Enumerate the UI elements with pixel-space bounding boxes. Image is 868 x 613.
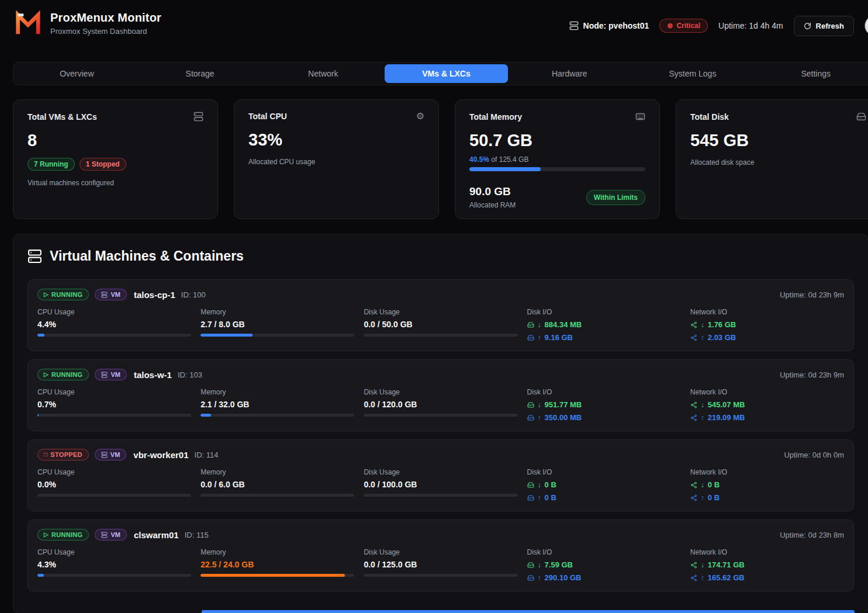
status-badge: ▷ RUNNING (37, 529, 89, 541)
app-logo (14, 9, 42, 37)
arrow-up-icon: ↑ (701, 414, 704, 422)
vm-row-clswarm01: ▷ RUNNING VM clswarm01 ID: 115 Uptime: 0… (27, 520, 854, 591)
vm-name: vbr-worker01 (133, 450, 188, 460)
memory-progress-fill (469, 167, 541, 171)
vm-type-badge: VM (95, 449, 127, 460)
tab-hardware[interactable]: Hardware (508, 64, 631, 83)
card-title: Total Memory (469, 112, 522, 122)
memory-metric: Memory 2.7 / 8.0 GB (200, 308, 354, 342)
arrow-down-icon: ↓ (538, 481, 541, 489)
memory-icon (635, 112, 645, 122)
arrow-down-icon: ↓ (538, 401, 541, 409)
app-root: ProxMenux Monitor Proxmox System Dashboa… (0, 0, 868, 613)
memory-progress-bar (200, 494, 354, 497)
memory-usage-text: 40.5% of 125.4 GB (469, 155, 645, 164)
network-io-metric: Network I/O ↓ 174.71 GB ↑ 165.62 GB (690, 548, 844, 582)
network-io-metric: Network I/O ↓ 1.76 GB ↑ 2.03 GB (690, 308, 844, 342)
running-count-badge: 7 Running (27, 158, 75, 171)
vm-name: clswarm01 (134, 530, 179, 540)
card-title: Total CPU (248, 112, 287, 121)
vm-uptime: Uptime: 0d 0h 0m (784, 451, 844, 459)
vm-list-panel: Virtual Machines & Containers ▷ RUNNING … (13, 234, 868, 613)
network-icon (690, 574, 697, 581)
square-icon: □ (44, 452, 47, 458)
hard-drive-icon (527, 401, 534, 408)
hard-drive-icon (527, 562, 534, 569)
arrow-up-icon: ↑ (701, 334, 704, 342)
disk-progress-bar (364, 494, 517, 497)
hard-drive-icon (856, 112, 866, 122)
server-icon (569, 21, 579, 30)
vm-uptime: Uptime: 0d 23h 8m (780, 531, 844, 539)
uptime-indicator: Uptime: 1d 4h 4m (718, 21, 783, 30)
memory-progress-bar (200, 414, 354, 417)
cpu-progress-bar (37, 494, 191, 497)
vm-id: ID: 114 (195, 451, 219, 459)
disk-progress-bar (364, 334, 517, 337)
status-badge: ⊗ Critical (659, 19, 708, 33)
tab-system-logs[interactable]: System Logs (631, 64, 755, 83)
hard-drive-icon (527, 494, 534, 501)
status-badge: □ STOPPED (37, 449, 89, 460)
play-icon: ▷ (44, 292, 49, 297)
server-icon (101, 292, 108, 298)
vm-type-badge: VM (95, 289, 127, 300)
refresh-icon (804, 22, 811, 30)
server-icon (101, 532, 108, 538)
disk-progress-bar (364, 414, 517, 417)
refresh-button[interactable]: Refresh (794, 16, 854, 36)
disk-io-metric: Disk I/O ↓ 884.34 MB ↑ 9.16 GB (527, 308, 681, 342)
server-stack-icon (27, 249, 42, 264)
arrow-up-icon: ↑ (701, 494, 704, 502)
cpu-value: 33% (248, 130, 424, 150)
node-indicator: Node: pvehost01 (569, 21, 649, 30)
arrow-down-icon: ↓ (701, 561, 704, 569)
play-icon: ▷ (44, 372, 49, 378)
vm-row-vbr-worker01: □ STOPPED VM vbr-worker01 ID: 114 Uptime… (27, 439, 854, 511)
section-title: Virtual Machines & Containers (50, 248, 244, 264)
edge-partial-button[interactable] (864, 15, 868, 36)
network-icon (690, 414, 697, 421)
vm-id: ID: 100 (181, 290, 206, 299)
vm-id: ID: 103 (178, 370, 202, 379)
vm-id: ID: 115 (185, 531, 209, 539)
arrow-up-icon: ↑ (538, 334, 541, 342)
memory-metric: Memory 22.5 / 24.0 GB (200, 548, 354, 582)
network-io-metric: Network I/O ↓ 545.07 MB ↑ 219.09 MB (690, 388, 844, 422)
tab-vms-lxcs[interactable]: VMs & LXCs (385, 64, 508, 83)
arrow-down-icon: ↓ (538, 561, 541, 569)
arrow-up-icon: ↑ (538, 574, 541, 582)
disk-io-metric: Disk I/O ↓ 0 B ↑ 0 B (527, 468, 681, 502)
memory-progress-bar (200, 334, 354, 337)
gear-icon: ⚙ (416, 112, 424, 121)
arrow-up-icon: ↑ (701, 574, 704, 582)
vm-count-value: 8 (27, 131, 203, 150)
memory-progress-bar (200, 574, 354, 577)
network-icon (690, 401, 697, 408)
card-caption: Allocated CPU usage (248, 158, 424, 166)
card-title: Total Disk (690, 112, 729, 122)
vm-type-badge: VM (95, 529, 127, 541)
total-vms-card: Total VMs & LXCs 8 7 Running 1 Stopped V… (13, 99, 218, 219)
vm-uptime: Uptime: 0d 23h 9m (780, 290, 844, 299)
tab-network[interactable]: Network (261, 64, 385, 83)
play-icon: ▷ (44, 532, 49, 538)
tab-settings[interactable]: Settings (754, 64, 868, 83)
card-title: Total VMs & LXCs (27, 112, 97, 122)
page-title: ProxMenux Monitor (50, 11, 161, 25)
app-header: ProxMenux Monitor Proxmox System Dashboa… (0, 0, 868, 37)
cpu-progress-bar (37, 414, 191, 417)
disk-usage-metric: Disk Usage 0.0 / 50.0 GB (364, 308, 517, 342)
arrow-up-icon: ↑ (538, 414, 541, 422)
vm-name: talos-cp-1 (134, 290, 175, 300)
tab-overview[interactable]: Overview (15, 64, 139, 83)
disk-usage-metric: Disk Usage 0.0 / 125.0 GB (364, 548, 517, 582)
proxmenux-m-icon (15, 10, 42, 37)
page-subtitle: Proxmox System Dashboard (50, 27, 161, 36)
memory-metric: Memory 0.0 / 6.0 GB (200, 468, 354, 502)
server-icon (101, 372, 108, 378)
server-icon (101, 452, 108, 458)
tab-storage[interactable]: Storage (139, 64, 262, 83)
hard-drive-icon (527, 574, 534, 581)
memory-metric: Memory 2.1 / 32.0 GB (200, 388, 354, 422)
